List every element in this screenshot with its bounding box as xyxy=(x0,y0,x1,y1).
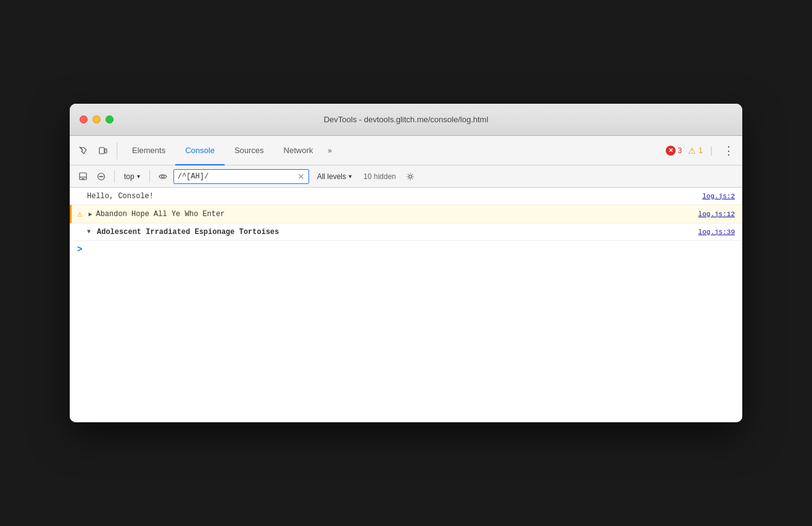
tab-elements[interactable]: Elements xyxy=(122,136,175,165)
warning-icon: ⚠ xyxy=(687,146,697,156)
device-toolbar-button[interactable] xyxy=(94,142,112,159)
eye-button[interactable] xyxy=(155,169,171,185)
more-tabs-button[interactable]: » xyxy=(323,136,337,165)
more-options-button[interactable]: ⋮ xyxy=(720,142,737,159)
context-selector[interactable]: top ▾ xyxy=(120,170,144,183)
inspect-element-button[interactable] xyxy=(75,142,92,159)
console-row-array: ▼ Adolescent Irradiated Espionage Tortoi… xyxy=(70,223,742,241)
svg-rect-1 xyxy=(105,149,107,153)
console-row: Hello, Console! log.js:2 xyxy=(70,188,742,205)
clear-filter-button[interactable]: ✕ xyxy=(297,172,305,181)
hidden-count: 10 hidden xyxy=(360,172,400,181)
console-row-link-array[interactable]: log.js:39 xyxy=(698,228,735,236)
filter-input-wrapper[interactable]: ✕ xyxy=(173,169,309,184)
badge-separator: | xyxy=(708,145,715,156)
svg-rect-0 xyxy=(99,148,104,154)
main-toolbar: Elements Console Sources Network » ✕ 3 ⚠… xyxy=(70,136,742,165)
console-row-link[interactable]: log.js:2 xyxy=(702,193,735,200)
console-row-content: Hello, Console! xyxy=(87,192,702,201)
warning-badge[interactable]: ⚠ 1 xyxy=(687,146,703,156)
chevron-down-icon: ▾ xyxy=(137,173,140,180)
tab-sources[interactable]: Sources xyxy=(225,136,274,165)
tab-bar: Elements Console Sources Network » xyxy=(122,136,337,165)
console-output: Hello, Console! log.js:2 ⚠ ▶ Abandon Hop… xyxy=(70,188,742,422)
minimize-button[interactable] xyxy=(93,115,101,123)
tab-network[interactable]: Network xyxy=(274,136,323,165)
toolbar-divider xyxy=(114,170,115,183)
toolbar-divider-2 xyxy=(149,170,150,183)
prompt-arrow-icon: > xyxy=(77,244,82,254)
console-toolbar: top ▾ ✕ All levels ▾ 10 hidden xyxy=(70,165,742,188)
console-settings-button[interactable] xyxy=(402,169,418,185)
toolbar-icons xyxy=(75,142,117,159)
svg-point-8 xyxy=(408,175,412,178)
titlebar: DevTools - devtools.glitch.me/console/lo… xyxy=(70,104,742,136)
chevron-down-icon-levels: ▾ xyxy=(349,173,352,180)
filter-input[interactable] xyxy=(178,172,297,181)
close-button[interactable] xyxy=(80,115,88,123)
clear-console-button[interactable] xyxy=(93,169,109,185)
toolbar-right: ✕ 3 ⚠ 1 | ⋮ xyxy=(666,142,737,159)
show-console-drawer-button[interactable] xyxy=(75,169,91,185)
tab-console[interactable]: Console xyxy=(175,136,225,165)
svg-point-7 xyxy=(162,175,164,178)
log-levels-button[interactable]: All levels ▾ xyxy=(312,170,357,183)
warning-triangle-icon: ⚠ xyxy=(77,209,82,219)
console-row-content-array: ▼ Adolescent Irradiated Espionage Tortoi… xyxy=(87,228,698,236)
console-row-content-warning: ⚠ ▶ Abandon Hope All Ye Who Enter xyxy=(77,209,698,219)
console-prompt-row: > xyxy=(70,241,742,258)
window-title: DevTools - devtools.glitch.me/console/lo… xyxy=(324,115,489,124)
console-row-warning: ⚠ ▶ Abandon Hope All Ye Who Enter log.js… xyxy=(70,205,742,223)
error-badge[interactable]: ✕ 3 xyxy=(666,146,682,156)
devtools-window: DevTools - devtools.glitch.me/console/lo… xyxy=(70,104,742,422)
collapse-arrow-icon[interactable]: ▼ xyxy=(87,228,91,235)
error-icon: ✕ xyxy=(666,146,676,156)
traffic-lights xyxy=(80,115,114,123)
console-row-link-warning[interactable]: log.js:12 xyxy=(698,211,735,218)
expand-arrow-icon[interactable]: ▶ xyxy=(88,211,92,218)
maximize-button[interactable] xyxy=(106,115,114,123)
